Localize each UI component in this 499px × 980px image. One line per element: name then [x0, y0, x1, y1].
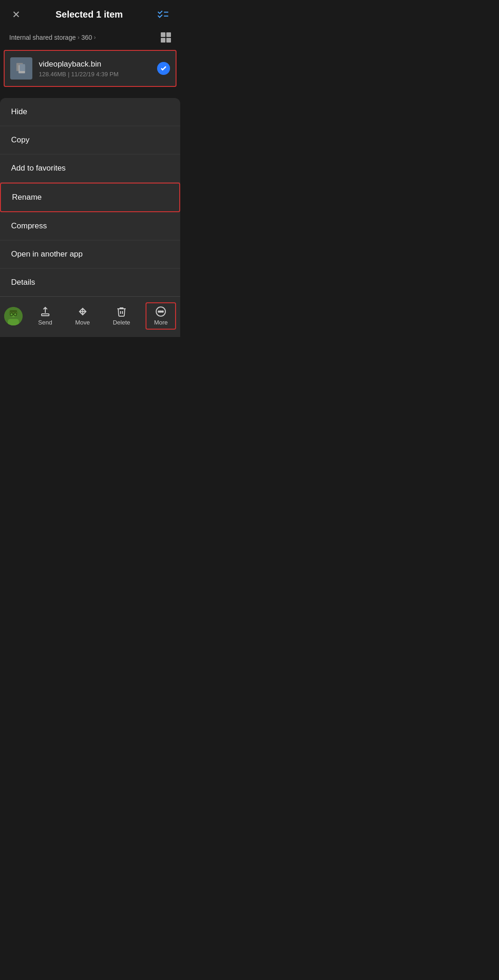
- menu-item-open-another[interactable]: Open in another app: [0, 240, 180, 269]
- menu-item-compress[interactable]: Compress: [0, 212, 180, 240]
- send-label: Send: [38, 319, 52, 326]
- svg-rect-11: [9, 312, 18, 313]
- file-list: videoplayback.bin 128.46MB | 11/22/19 4:…: [0, 48, 180, 89]
- more-label: More: [154, 319, 168, 326]
- breadcrumb[interactable]: Internal shared storage › 360 ›: [9, 34, 96, 41]
- page-title: Selected 1 item: [55, 9, 123, 20]
- svg-rect-9: [8, 319, 19, 325]
- menu-item-add-favorites[interactable]: Add to favorites: [0, 154, 180, 183]
- file-item[interactable]: videoplayback.bin 128.46MB | 11/22/19 4:…: [4, 50, 176, 87]
- svg-point-18: [160, 311, 162, 312]
- delete-button[interactable]: Delete: [105, 304, 138, 328]
- breadcrumb-sep-1: ›: [78, 34, 79, 41]
- file-meta: 128.46MB | 11/22/19 4:39 PM: [39, 71, 151, 78]
- file-type-icon: [10, 57, 32, 80]
- menu-item-hide[interactable]: Hide: [0, 98, 180, 126]
- menu-item-copy[interactable]: Copy: [0, 126, 180, 154]
- close-button[interactable]: [9, 7, 23, 21]
- delete-label: Delete: [113, 319, 130, 326]
- grid-view-icon[interactable]: [161, 32, 171, 43]
- breadcrumb-root[interactable]: Internal shared storage: [9, 34, 76, 41]
- move-button[interactable]: Move: [68, 304, 97, 328]
- checklist-button[interactable]: [155, 7, 171, 21]
- svg-rect-6: [20, 64, 25, 71]
- file-date: 11/22/19 4:39 PM: [71, 71, 119, 78]
- avatar: [4, 307, 23, 325]
- svg-rect-15: [42, 314, 49, 316]
- top-bar: Selected 1 item: [0, 0, 180, 29]
- svg-point-17: [158, 311, 160, 312]
- bottom-toolbar: Send Move Delete More: [0, 296, 180, 337]
- file-size: 128.46MB: [39, 71, 66, 78]
- file-selected-check: [157, 62, 170, 75]
- breadcrumb-row: Internal shared storage › 360 ›: [0, 29, 180, 48]
- context-menu: Hide Copy Add to favorites Rename Compre…: [0, 98, 180, 296]
- file-info: videoplayback.bin 128.46MB | 11/22/19 4:…: [39, 60, 151, 78]
- more-button[interactable]: More: [146, 302, 176, 330]
- svg-point-19: [162, 311, 164, 312]
- menu-item-details[interactable]: Details: [0, 269, 180, 296]
- send-button[interactable]: Send: [31, 304, 60, 328]
- move-label: Move: [75, 319, 90, 326]
- file-name: videoplayback.bin: [39, 60, 151, 69]
- file-meta-sep: |: [68, 71, 71, 78]
- breadcrumb-folder[interactable]: 360: [81, 34, 92, 41]
- breadcrumb-sep-2: ›: [94, 34, 96, 41]
- menu-item-rename[interactable]: Rename: [0, 183, 180, 212]
